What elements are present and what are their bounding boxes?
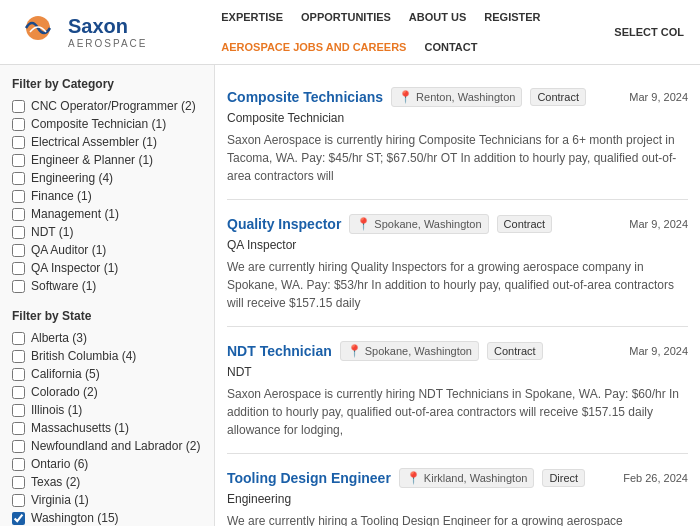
- state-checkbox[interactable]: [12, 386, 25, 399]
- logo-subtitle: AEROSPACE: [68, 38, 148, 49]
- main-nav: EXPERTISE OPPORTUNITIES ABOUT US REGISTE…: [221, 11, 540, 53]
- job-location: 📍 Kirkland, Washington: [399, 468, 535, 488]
- job-title[interactable]: Quality Inspector: [227, 216, 341, 232]
- category-list: CNC Operator/Programmer (2)Composite Tec…: [12, 99, 202, 293]
- jobs-container: Composite Technicians 📍 Renton, Washingt…: [227, 73, 688, 526]
- state-filter-item: Colorado (2): [12, 385, 202, 399]
- state-label[interactable]: Alberta (3): [31, 331, 87, 345]
- job-type: Contract: [530, 88, 586, 106]
- state-label[interactable]: California (5): [31, 367, 100, 381]
- job-location: 📍 Spokane, Washington: [349, 214, 488, 234]
- state-filter-item: Newfoundland and Labrador (2): [12, 439, 202, 453]
- category-label[interactable]: CNC Operator/Programmer (2): [31, 99, 196, 113]
- nav-register[interactable]: REGISTER: [484, 11, 540, 23]
- job-location: 📍 Renton, Washington: [391, 87, 522, 107]
- category-filter-item: Engineer & Planner (1): [12, 153, 202, 167]
- state-checkbox[interactable]: [12, 350, 25, 363]
- category-label[interactable]: QA Auditor (1): [31, 243, 106, 257]
- job-description: We are currently hiring a Tooling Design…: [227, 512, 688, 526]
- state-filter-item: Texas (2): [12, 475, 202, 489]
- category-checkbox[interactable]: [12, 172, 25, 185]
- category-checkbox[interactable]: [12, 136, 25, 149]
- state-filter-item: British Columbia (4): [12, 349, 202, 363]
- job-title[interactable]: NDT Technician: [227, 343, 332, 359]
- job-type: Contract: [487, 342, 543, 360]
- category-checkbox[interactable]: [12, 280, 25, 293]
- state-label[interactable]: Texas (2): [31, 475, 80, 489]
- pin-icon: 📍: [406, 471, 421, 485]
- category-checkbox[interactable]: [12, 154, 25, 167]
- state-checkbox[interactable]: [12, 440, 25, 453]
- job-title[interactable]: Composite Technicians: [227, 89, 383, 105]
- state-label[interactable]: British Columbia (4): [31, 349, 136, 363]
- nav-contact[interactable]: CONTACT: [424, 41, 477, 53]
- job-title[interactable]: Tooling Design Engineer: [227, 470, 391, 486]
- nav-bottom-row: AEROSPACE JOBS AND CAREERS CONTACT: [221, 41, 477, 53]
- category-label[interactable]: Management (1): [31, 207, 119, 221]
- state-filter-item: California (5): [12, 367, 202, 381]
- category-checkbox[interactable]: [12, 244, 25, 257]
- state-checkbox[interactable]: [12, 332, 25, 345]
- state-label[interactable]: Newfoundland and Labrador (2): [31, 439, 200, 453]
- state-checkbox[interactable]: [12, 458, 25, 471]
- state-checkbox[interactable]: [12, 422, 25, 435]
- nav-about[interactable]: ABOUT US: [409, 11, 466, 23]
- job-subtitle: Engineering: [227, 492, 688, 506]
- state-label[interactable]: Ontario (6): [31, 457, 88, 471]
- category-checkbox[interactable]: [12, 118, 25, 131]
- job-subtitle: Composite Technician: [227, 111, 688, 125]
- state-filter-item: Virginia (1): [12, 493, 202, 507]
- pin-icon: 📍: [356, 217, 371, 231]
- category-label[interactable]: Engineer & Planner (1): [31, 153, 153, 167]
- job-date: Mar 9, 2024: [629, 218, 688, 230]
- category-filter-item: NDT (1): [12, 225, 202, 239]
- category-checkbox[interactable]: [12, 100, 25, 113]
- category-label[interactable]: Engineering (4): [31, 171, 113, 185]
- state-filter-title: Filter by State: [12, 309, 202, 323]
- state-filter-item: Massachusetts (1): [12, 421, 202, 435]
- category-label[interactable]: Composite Technician (1): [31, 117, 166, 131]
- category-checkbox[interactable]: [12, 190, 25, 203]
- category-filter-item: QA Auditor (1): [12, 243, 202, 257]
- job-header: Composite Technicians 📍 Renton, Washingt…: [227, 87, 688, 107]
- state-filter-item: Illinois (1): [12, 403, 202, 417]
- job-header: NDT Technician 📍 Spokane, Washington Con…: [227, 341, 688, 361]
- select-col-button[interactable]: SELECT COL: [614, 26, 684, 38]
- category-checkbox[interactable]: [12, 226, 25, 239]
- state-checkbox[interactable]: [12, 404, 25, 417]
- category-checkbox[interactable]: [12, 262, 25, 275]
- job-subtitle: NDT: [227, 365, 688, 379]
- category-filter-item: Engineering (4): [12, 171, 202, 185]
- state-filter-section: Filter by State Alberta (3)British Colum…: [12, 309, 202, 525]
- state-label[interactable]: Colorado (2): [31, 385, 98, 399]
- pin-icon: 📍: [347, 344, 362, 358]
- state-label[interactable]: Washington (15): [31, 511, 119, 525]
- logo-icon: [16, 10, 60, 54]
- category-filter-item: Finance (1): [12, 189, 202, 203]
- job-card: NDT Technician 📍 Spokane, Washington Con…: [227, 327, 688, 454]
- state-filter-item: Washington (15): [12, 511, 202, 525]
- state-checkbox[interactable]: [12, 476, 25, 489]
- state-label[interactable]: Virginia (1): [31, 493, 89, 507]
- state-label[interactable]: Illinois (1): [31, 403, 82, 417]
- job-date: Feb 26, 2024: [623, 472, 688, 484]
- state-label[interactable]: Massachusetts (1): [31, 421, 129, 435]
- category-label[interactable]: QA Inspector (1): [31, 261, 118, 275]
- category-label[interactable]: NDT (1): [31, 225, 73, 239]
- logo-text: Saxon AEROSPACE: [68, 15, 148, 49]
- category-label[interactable]: Software (1): [31, 279, 96, 293]
- category-filter-item: QA Inspector (1): [12, 261, 202, 275]
- state-checkbox[interactable]: [12, 512, 25, 525]
- nav-aerospace-jobs[interactable]: AEROSPACE JOBS AND CAREERS: [221, 41, 406, 53]
- job-date: Mar 9, 2024: [629, 345, 688, 357]
- state-checkbox[interactable]: [12, 494, 25, 507]
- category-label[interactable]: Electrical Assembler (1): [31, 135, 157, 149]
- category-checkbox[interactable]: [12, 208, 25, 221]
- nav-opportunities[interactable]: OPPORTUNITIES: [301, 11, 391, 23]
- category-label[interactable]: Finance (1): [31, 189, 92, 203]
- job-card: Composite Technicians 📍 Renton, Washingt…: [227, 73, 688, 200]
- job-location: 📍 Spokane, Washington: [340, 341, 479, 361]
- state-checkbox[interactable]: [12, 368, 25, 381]
- category-filter-title: Filter by Category: [12, 77, 202, 91]
- nav-expertise[interactable]: EXPERTISE: [221, 11, 283, 23]
